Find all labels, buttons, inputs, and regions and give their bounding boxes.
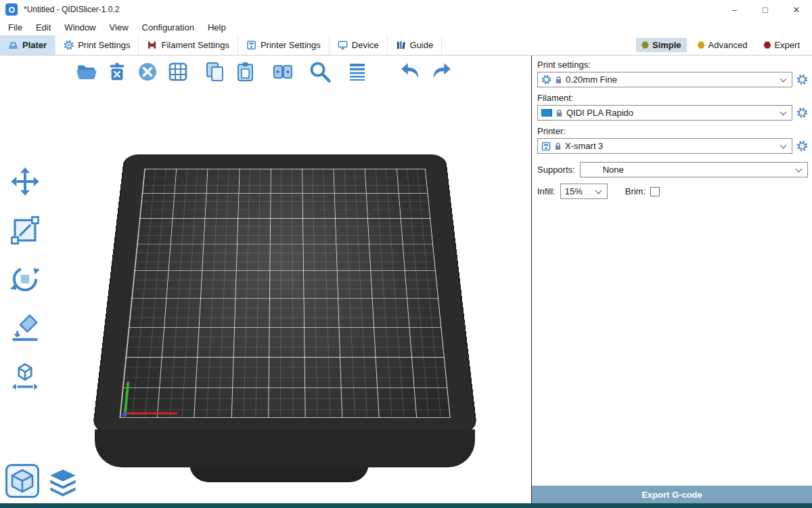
paste-button[interactable] <box>232 58 259 85</box>
gizmo-toolbar <box>7 164 43 394</box>
tab-filament-settings[interactable]: Filament Settings <box>139 35 238 55</box>
split-button[interactable] <box>269 58 296 85</box>
profile-gear-icon <box>541 75 551 85</box>
filament-icon <box>147 40 157 50</box>
mode-label: Expert <box>774 40 800 50</box>
menu-window[interactable]: Window <box>58 22 102 33</box>
viewport-3d[interactable] <box>0 56 531 503</box>
rotate-button[interactable] <box>7 261 43 297</box>
infill-label: Infill: <box>537 186 556 196</box>
menu-file[interactable]: File <box>1 22 29 33</box>
scale-icon <box>9 215 41 246</box>
tab-printer-settings[interactable]: Printer Settings <box>238 35 330 55</box>
layers-view-button[interactable] <box>47 468 78 498</box>
mode-switcher: Simple Advanced Expert <box>636 35 812 55</box>
undo-icon <box>399 60 422 83</box>
advanced-mode-icon <box>698 41 705 49</box>
move-icon <box>9 166 41 197</box>
mode-simple[interactable]: Simple <box>636 38 687 52</box>
simple-mode-icon <box>641 41 649 49</box>
menu-view[interactable]: View <box>103 22 135 33</box>
brim-checkbox[interactable] <box>650 187 660 196</box>
print-bed <box>92 154 478 433</box>
filament-color-swatch <box>541 109 552 117</box>
paste-icon <box>235 61 256 83</box>
delete-button[interactable] <box>104 58 131 85</box>
menu-edit[interactable]: Edit <box>29 22 58 33</box>
tab-label: Filament Settings <box>161 40 229 50</box>
menu-bar: File Edit Window View Configuration Help <box>0 19 812 35</box>
status-strip <box>0 503 812 508</box>
mode-label: Simple <box>652 40 681 50</box>
mode-expert[interactable]: Expert <box>758 38 805 52</box>
minimize-button[interactable]: – <box>719 0 750 19</box>
guide-icon <box>396 40 406 50</box>
infill-value: 15% <box>565 186 583 196</box>
tab-label: Print Settings <box>78 40 130 50</box>
search-icon <box>308 60 332 84</box>
maximize-button[interactable]: □ <box>750 0 781 19</box>
move-button[interactable] <box>7 164 43 199</box>
place-on-face-button[interactable] <box>7 310 43 345</box>
tab-device[interactable]: Device <box>330 35 388 55</box>
3d-view-button[interactable] <box>5 464 39 498</box>
lock-icon <box>554 142 562 150</box>
menu-help[interactable]: Help <box>201 22 233 33</box>
scale-button[interactable] <box>7 213 43 248</box>
printer-icon <box>541 142 551 151</box>
app-logo-icon <box>5 3 18 16</box>
supports-value: None <box>603 165 624 175</box>
mode-advanced[interactable]: Advanced <box>692 38 753 52</box>
print-settings-combo[interactable]: 0.20mm Fine <box>537 72 792 87</box>
expert-mode-icon <box>763 41 771 49</box>
printer-value: X-smart 3 <box>565 141 603 151</box>
filament-gear-button[interactable] <box>796 107 808 119</box>
undo-button[interactable] <box>397 58 424 85</box>
variable-layer-height-icon <box>346 61 368 83</box>
delete-all-icon <box>137 61 158 83</box>
menu-configuration[interactable]: Configuration <box>135 22 201 33</box>
y-axis-indicator <box>124 382 130 415</box>
redo-button[interactable] <box>428 58 455 85</box>
arrange-button[interactable] <box>164 58 191 85</box>
filament-value: QIDI PLA Rapido <box>566 108 633 118</box>
variable-layer-height-button[interactable] <box>344 58 371 85</box>
bed-grid-surface <box>119 169 450 418</box>
copy-button[interactable] <box>202 58 229 85</box>
window-title: *Untitled - QIDISlicer-1.0.2 <box>24 5 119 14</box>
bed-front-face <box>95 429 475 467</box>
chevron-down-icon <box>796 165 803 172</box>
delete-all-button[interactable] <box>134 58 161 85</box>
search-button[interactable] <box>307 58 334 85</box>
viewport-toolbar <box>73 58 458 85</box>
supports-label: Supports: <box>537 165 575 175</box>
tab-guide[interactable]: Guide <box>388 35 443 55</box>
tab-print-settings[interactable]: Print Settings <box>55 35 139 55</box>
layers-view-icon <box>47 468 78 498</box>
print-settings-label: Print settings: <box>537 60 808 70</box>
settings-sidebar: Print settings: 0.20mm Fine <box>531 56 812 503</box>
filament-combo[interactable]: QIDI PLA Rapido <box>537 105 792 121</box>
supports-combo[interactable]: None <box>580 162 808 177</box>
delete-icon <box>107 62 127 82</box>
brim-label: Brim: <box>625 186 646 196</box>
printer-gear-button[interactable] <box>796 140 808 152</box>
tab-bar: Plater Print Settings Filament Settings … <box>0 35 812 56</box>
filament-label: Filament: <box>537 93 808 103</box>
redo-icon <box>430 60 453 83</box>
tab-plater[interactable]: Plater <box>0 35 55 55</box>
printer-combo[interactable]: X-smart 3 <box>537 138 792 154</box>
chevron-down-icon <box>595 187 602 194</box>
title-bar: *Untitled - QIDISlicer-1.0.2 – □ ✕ <box>0 0 812 19</box>
infill-combo[interactable]: 15% <box>560 184 608 199</box>
measure-icon <box>9 361 41 392</box>
export-gcode-button[interactable]: Export G-code <box>532 486 812 503</box>
print-settings-gear-button[interactable] <box>796 74 808 85</box>
tab-label: Printer Settings <box>261 40 321 50</box>
split-icon <box>272 61 294 83</box>
mode-label: Advanced <box>708 40 748 50</box>
close-button[interactable]: ✕ <box>781 0 812 19</box>
open-button[interactable] <box>73 58 100 85</box>
measure-button[interactable] <box>7 359 43 394</box>
printer-icon <box>246 40 256 50</box>
